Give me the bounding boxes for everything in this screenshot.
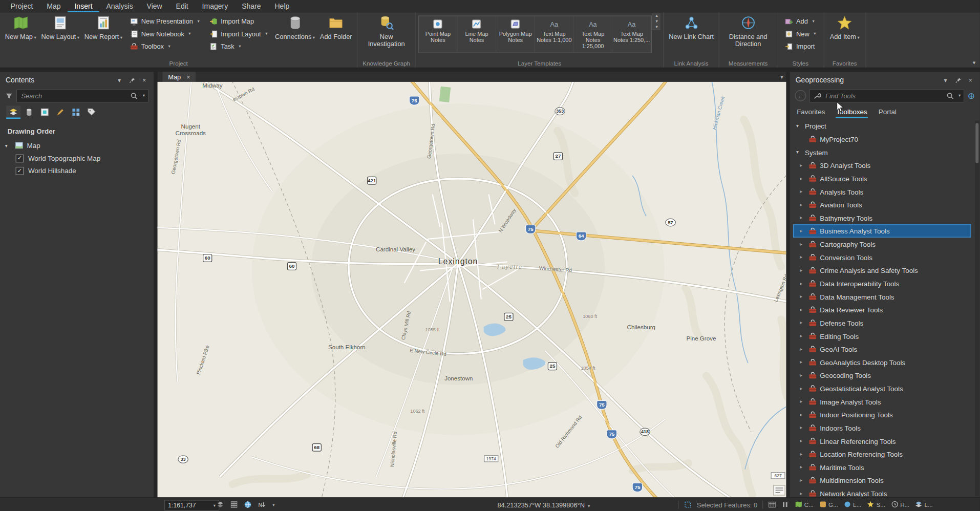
- tab-portal[interactable]: Portal: [878, 108, 898, 118]
- layer-row[interactable]: World Topographic Map: [0, 152, 154, 164]
- expander-icon[interactable]: [800, 438, 805, 444]
- toolbox-tree-item[interactable]: System: [790, 145, 980, 159]
- pause-drawing-icon[interactable]: [781, 501, 789, 509]
- contents-search-input[interactable]: [20, 91, 127, 100]
- status-grid-icon[interactable]: [230, 501, 238, 509]
- tabstrip-chevron-icon[interactable]: ▾: [780, 72, 783, 82]
- import-map-button[interactable]: Import Map: [208, 16, 269, 27]
- expander-icon[interactable]: [800, 333, 805, 339]
- close-icon[interactable]: ×: [967, 76, 974, 84]
- gallery-down-icon[interactable]: ▾: [653, 19, 661, 25]
- toolbox-tree-item[interactable]: Conversion Tools: [790, 250, 980, 264]
- tray-item[interactable]: H...: [891, 501, 909, 508]
- expander-icon[interactable]: [800, 451, 805, 457]
- status-basemap-icon[interactable]: [244, 501, 252, 509]
- toolbox-tree-item[interactable]: Data Interoperability Tools: [790, 277, 980, 290]
- toolbox-tree-item[interactable]: Analysis Tools: [790, 185, 980, 198]
- list-by-selection-icon[interactable]: [37, 105, 52, 119]
- panel-menu-chevron-icon[interactable]: ▾: [942, 76, 949, 84]
- expander-icon[interactable]: [800, 228, 805, 233]
- toolbox-tree-item[interactable]: Linear Referencing Tools: [790, 434, 980, 448]
- menu-insert[interactable]: Insert: [68, 0, 99, 12]
- connections-button[interactable]: Connections▾: [272, 13, 317, 40]
- toolbox-tree-item[interactable]: GeoAnalytics Desktop Tools: [790, 355, 980, 369]
- menu-project[interactable]: Project: [4, 0, 40, 12]
- layer-checkbox[interactable]: [16, 166, 24, 175]
- filter-icon[interactable]: [5, 92, 13, 100]
- gallery-up-icon[interactable]: ▴: [653, 13, 661, 19]
- map-notes-overlay-icon[interactable]: [773, 485, 785, 496]
- layer-row[interactable]: World Hillshade: [0, 164, 154, 177]
- map-scale-select[interactable]: 1:161,737▾: [164, 500, 219, 510]
- expander-icon[interactable]: [800, 399, 805, 404]
- close-tab-icon[interactable]: ×: [186, 73, 190, 80]
- tray-item[interactable]: L...: [915, 501, 932, 508]
- ribbon-collapse-icon[interactable]: ▾: [973, 59, 976, 66]
- gallery-expand-icon[interactable]: ▾: [653, 25, 661, 30]
- north-arrow-icon[interactable]: N: [258, 501, 266, 509]
- expander-icon[interactable]: [800, 162, 805, 168]
- list-by-data-source-icon[interactable]: [22, 105, 36, 119]
- close-icon[interactable]: ×: [141, 76, 148, 84]
- toolbox-tree-item[interactable]: Geocoding Tools: [790, 369, 980, 382]
- expander-icon[interactable]: [800, 267, 805, 273]
- expander-icon[interactable]: [800, 215, 805, 221]
- tray-item[interactable]: C...: [795, 501, 813, 508]
- pin-icon[interactable]: [954, 76, 962, 84]
- layer-checkbox[interactable]: [16, 154, 24, 162]
- new-investigation-button[interactable]: New Investigation: [360, 13, 413, 48]
- list-by-drawing-order-icon[interactable]: [6, 105, 20, 119]
- gallery-item-text-map-notes-25000[interactable]: Aa Text Map Notes 1:25,000: [574, 16, 613, 53]
- list-by-editing-icon[interactable]: [53, 105, 68, 119]
- expander-icon[interactable]: ▾: [5, 143, 11, 148]
- menu-share[interactable]: Share: [235, 0, 268, 12]
- tray-item[interactable]: L...: [844, 501, 861, 508]
- toolbox-tree-item[interactable]: Aviation Tools: [790, 198, 980, 211]
- scrollbar[interactable]: [975, 121, 979, 497]
- tray-item[interactable]: G...: [819, 501, 838, 508]
- new-report-button[interactable]: New Report▾: [82, 13, 125, 40]
- add-toolbox-icon[interactable]: ⊕: [968, 91, 975, 100]
- toolbox-tree-item[interactable]: Image Analyst Tools: [790, 395, 980, 408]
- menu-analysis[interactable]: Analysis: [99, 0, 140, 12]
- new-map-button[interactable]: New Map▾: [3, 13, 39, 40]
- gallery-item-polygon-map-notes[interactable]: Polygon Map Notes: [496, 16, 535, 53]
- toolbox-tree-item[interactable]: Network Analyst Tools: [790, 487, 980, 498]
- toolbox-button[interactable]: Toolbox▾: [128, 41, 201, 52]
- toolbox-tree-item[interactable]: Indoor Positioning Tools: [790, 408, 980, 421]
- import-layout-button[interactable]: Import Layout▾: [208, 29, 269, 39]
- tab-favorites[interactable]: Favorites: [796, 108, 826, 118]
- map-canvas[interactable]: Midwayestown RdNugent CrossroadsGeorgeto…: [158, 82, 786, 498]
- expander-icon[interactable]: [800, 464, 805, 470]
- toolbox-tree-item[interactable]: AllSource Tools: [790, 172, 980, 185]
- expander-icon[interactable]: [796, 123, 802, 129]
- toolbox-tree-item[interactable]: Cartography Tools: [790, 238, 980, 251]
- expander-icon[interactable]: [796, 150, 802, 155]
- map-view-tab[interactable]: Map ×: [162, 72, 196, 82]
- expander-icon[interactable]: [800, 241, 805, 247]
- selection-icon[interactable]: [684, 501, 692, 509]
- toolbox-tree-item[interactable]: GeoAI Tools: [790, 343, 980, 356]
- toolbox-tree-item[interactable]: Bathymetry Tools: [790, 211, 980, 225]
- tray-item[interactable]: S...: [867, 501, 885, 508]
- styles-import-button[interactable]: Import: [783, 41, 818, 52]
- toolbox-tree-item[interactable]: Maritime Tools: [790, 461, 980, 474]
- expander-icon[interactable]: [800, 386, 805, 391]
- expander-icon[interactable]: [800, 307, 805, 312]
- panel-menu-chevron-icon[interactable]: ▾: [116, 76, 123, 84]
- layer-item-map[interactable]: ▾ Map: [0, 139, 154, 152]
- toolbox-tree-item[interactable]: Editing Tools: [790, 329, 980, 343]
- menu-edit[interactable]: Edit: [169, 0, 195, 12]
- add-item-button[interactable]: Add Item▾: [826, 13, 863, 40]
- list-by-snapping-icon[interactable]: [69, 105, 83, 119]
- toolbox-tree-item[interactable]: Data Reviewer Tools: [790, 303, 980, 316]
- new-layout-button[interactable]: New Layout▾: [39, 13, 82, 40]
- expander-icon[interactable]: [800, 202, 805, 207]
- menu-view[interactable]: View: [140, 0, 169, 12]
- toolbox-tree-item[interactable]: Project: [790, 119, 980, 133]
- toolbox-tree-item[interactable]: Multidimension Tools: [790, 474, 980, 487]
- expander-icon[interactable]: [800, 491, 805, 496]
- menu-imagery[interactable]: Imagery: [195, 0, 235, 12]
- toolbox-tree-item[interactable]: Business Analyst Tools: [793, 224, 971, 238]
- add-folder-button[interactable]: Add Folder: [317, 13, 354, 40]
